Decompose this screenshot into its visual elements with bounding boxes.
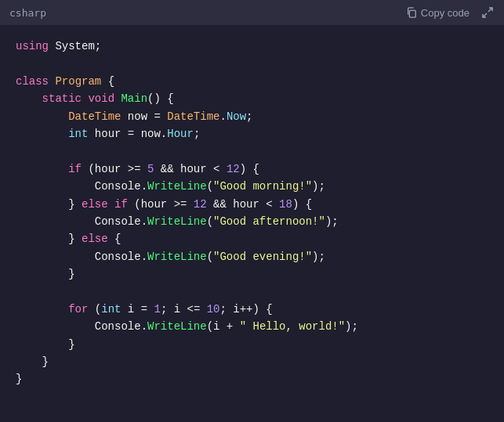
toolbar-actions: Copy code [401,5,495,20]
line-9: Console.WriteLine("Good morning!"); [16,178,488,195]
line-20: } [16,370,488,388]
line-4: static void Main() { [16,90,488,107]
line-13: Console.WriteLine("Good evening!"); [16,248,488,265]
language-label: csharp [9,7,46,19]
copy-button[interactable]: Copy code [401,5,474,20]
expand-icon [482,7,493,18]
code-window: csharp Copy code using System; [0,0,504,422]
line-14: } [16,265,488,283]
line-6: int hour = now.Hour; [16,125,488,142]
line-18: } [16,336,488,353]
copy-label: Copy code [421,7,470,19]
line-19: } [16,353,488,370]
svg-rect-0 [409,10,415,17]
line-blank-3 [16,283,488,300]
toolbar: csharp Copy code [0,0,504,25]
line-12: } else { [16,230,488,247]
line-16: for (int i = 1; i <= 10; i++) { [16,301,488,318]
line-blank-2 [16,142,488,160]
code-content: using System; class Program { static voi… [0,25,504,422]
line-3: class Program { [16,73,488,90]
line-1: using System; [16,38,488,55]
line-10: } else if (hour >= 12 && hour < 18) { [16,196,488,213]
line-blank-1 [16,55,488,72]
line-17: Console.WriteLine(i + " Hello, world!"); [16,318,488,335]
expand-button[interactable] [480,5,495,20]
line-11: Console.WriteLine("Good afternoon!"); [16,213,488,230]
copy-icon [406,7,417,18]
line-8: if (hour >= 5 && hour < 12) { [16,161,488,178]
line-5: DateTime now = DateTime.Now; [16,108,488,125]
